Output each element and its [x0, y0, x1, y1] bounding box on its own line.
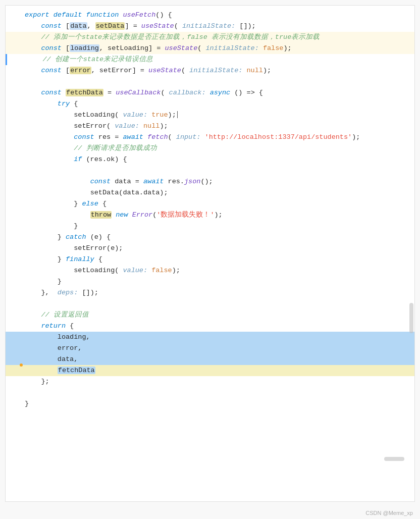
line-content: // 添加一个state来记录数据是否正在加载，false 表示没有加载数据，t…: [23, 32, 414, 43]
code-line-highlighted: const [loading, setLoading] = useState( …: [6, 43, 414, 54]
line-content: }, deps: []);: [23, 287, 414, 298]
line-content: // 设置返回值: [23, 309, 414, 321]
line-content: };: [23, 376, 414, 387]
code-line: [6, 298, 414, 309]
code-line: const fetchData = useCallback( callback:…: [6, 87, 414, 98]
line-content: } else {: [23, 198, 414, 210]
line-content: const [data, setData] = useState( initia…: [23, 21, 414, 32]
code-line-selected: loading,: [6, 332, 414, 343]
code-line-selected-yellow: fetchData: [6, 365, 414, 376]
line-content: loading,: [23, 332, 414, 343]
code-editor: export default function useFetch() { con…: [5, 5, 415, 502]
line-content: [23, 76, 414, 87]
code-line: throw new Error('数据加载失败！');: [6, 210, 414, 221]
line-content: [23, 298, 414, 309]
line-content: [23, 165, 414, 176]
code-line: // 设置返回值: [6, 309, 414, 321]
line-content: fetchData: [23, 365, 414, 376]
code-line-selected: error,: [6, 343, 414, 354]
line-content: try {: [23, 98, 414, 110]
code-line: };: [6, 376, 414, 387]
code-line: [6, 409, 414, 421]
line-content: [23, 387, 414, 398]
code-lines: export default function useFetch() { con…: [6, 10, 414, 421]
line-content: const [error, setError] = useState( init…: [23, 65, 414, 76]
line-content: setLoading( value: false);: [23, 265, 414, 276]
line-content: }: [23, 398, 414, 409]
code-line: setError(e);: [6, 243, 414, 254]
line-content: }: [23, 221, 414, 232]
code-line: [6, 76, 414, 87]
line-content: const res = await fetch( input: 'http://…: [23, 132, 414, 143]
code-line: const res = await fetch( input: 'http://…: [6, 132, 414, 143]
code-line: } else {: [6, 198, 414, 210]
line-content: if (res.ok) {: [23, 154, 414, 165]
line-content: return {: [23, 321, 414, 332]
code-line: setLoading( value: false);: [6, 265, 414, 276]
line-content: setError( value: null);: [23, 121, 414, 132]
watermark: CSDN @Meme_xp: [0, 507, 420, 519]
line-content: }: [23, 276, 414, 287]
code-line: if (res.ok) {: [6, 154, 414, 165]
line-content: setData(data.data);: [23, 187, 414, 198]
code-line: }: [6, 221, 414, 232]
code-line: setData(data.data);: [6, 187, 414, 198]
code-line: [6, 387, 414, 398]
code-line-bordered: // 创建一个state来记录错误信息: [6, 54, 414, 65]
line-content: const data = await res.json();: [23, 176, 414, 187]
code-line: setError( value: null);: [6, 121, 414, 132]
code-line: [6, 165, 414, 176]
code-line: export default function useFetch() {: [6, 10, 414, 21]
code-line-selected: data,: [6, 354, 414, 365]
horizontal-scrollbar[interactable]: [384, 457, 404, 461]
code-line: const [data, setData] = useState( initia…: [6, 21, 414, 32]
code-line: } catch (e) {: [6, 232, 414, 243]
code-line: return {: [6, 321, 414, 332]
line-content: error,: [23, 343, 414, 354]
line-content: export default function useFetch() {: [23, 10, 414, 21]
line-content: const [loading, setLoading] = useState( …: [23, 43, 414, 54]
vertical-scrollbar[interactable]: [409, 303, 413, 333]
code-line: }: [6, 398, 414, 409]
code-line: const [error, setError] = useState( init…: [6, 65, 414, 76]
line-content: throw new Error('数据加载失败！');: [23, 210, 414, 221]
line-content: // 判断请求是否加载成功: [23, 143, 414, 154]
code-line: try {: [6, 98, 414, 110]
code-line: // 判断请求是否加载成功: [6, 143, 414, 154]
line-content: [23, 409, 414, 421]
code-line: }, deps: []);: [6, 287, 414, 298]
breakpoint-dot: [20, 364, 23, 367]
line-content: } finally {: [23, 254, 414, 265]
code-line: const data = await res.json();: [6, 176, 414, 187]
line-content: } catch (e) {: [23, 232, 414, 243]
line-content: setLoading( value: true);: [23, 110, 414, 121]
code-line-highlighted: // 添加一个state来记录数据是否正在加载，false 表示没有加载数据，t…: [6, 32, 414, 43]
code-line: } finally {: [6, 254, 414, 265]
line-content: const fetchData = useCallback( callback:…: [23, 87, 414, 98]
code-line: setLoading( value: true);: [6, 110, 414, 121]
line-content: data,: [23, 354, 414, 365]
line-content: setError(e);: [23, 243, 414, 254]
code-line: }: [6, 276, 414, 287]
line-content: // 创建一个state来记录错误信息: [24, 54, 414, 65]
